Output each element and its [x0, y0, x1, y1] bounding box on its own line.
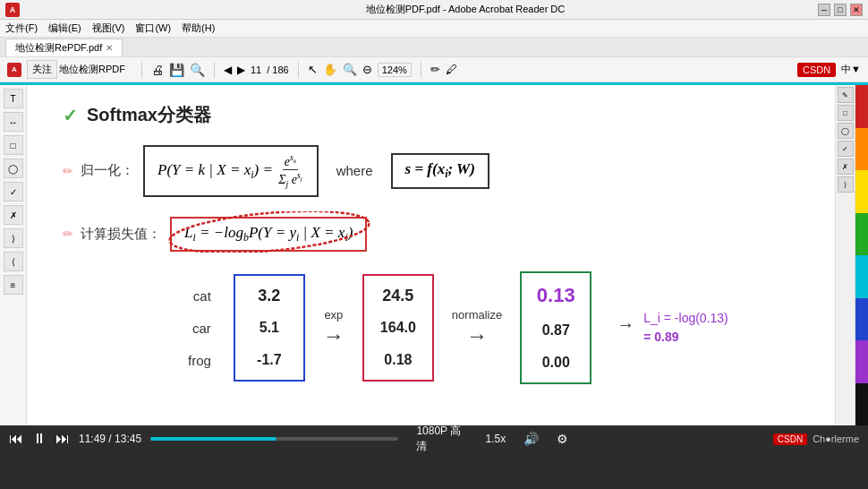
cat-label-1: cat — [188, 279, 211, 312]
right-tool-6[interactable]: ⟩ — [838, 176, 854, 193]
result-annotation: L_i = -log(0.13) = 0.89 — [643, 309, 728, 347]
color-red[interactable] — [855, 85, 868, 128]
cat-label-2: car — [188, 312, 211, 344]
speed-display[interactable]: 1.5x — [486, 433, 506, 445]
color-yellow[interactable] — [855, 170, 868, 213]
status-right: CSDN Ch●rlerme — [577, 433, 859, 445]
left-tool-1[interactable]: T — [4, 89, 23, 108]
maximize-button[interactable]: □ — [834, 4, 847, 16]
left-tool-8[interactable]: ⟨ — [4, 252, 23, 271]
left-tool-5[interactable]: ✓ — [4, 182, 23, 202]
page-number: 11 — [251, 64, 261, 75]
formula2-box: Li = −logbP(Y = yi | X = xi) — [170, 217, 367, 252]
color-black[interactable] — [855, 383, 868, 426]
color-palette — [855, 85, 868, 425]
data-box-3: 0.13 0.87 0.00 — [520, 271, 591, 384]
arrow-exp-label: exp — [324, 308, 343, 322]
left-toolbar: T ↔ □ ◯ ✓ ✗ ⟩ ⟨ ≡ — [0, 85, 27, 425]
play-next-btn[interactable]: ⏭ — [55, 431, 70, 447]
left-tool-6[interactable]: ✗ — [4, 205, 23, 225]
menu-bar: 文件(F) 编辑(E) 视图(V) 窗口(W) 帮助(H) — [0, 20, 868, 38]
left-tool-2[interactable]: ↔ — [4, 112, 23, 132]
csdn-badge: CSDN — [773, 433, 807, 445]
volume-icon[interactable]: 🔊 — [523, 432, 539, 446]
menu-item-edit[interactable]: 编辑(E) — [48, 21, 81, 35]
toolbar-btn-1[interactable]: 关注 — [27, 60, 57, 79]
tool-print[interactable]: 🖨 — [151, 63, 164, 77]
right-tool-1[interactable]: ✎ — [838, 87, 854, 103]
data-cell-3-2: 0.87 — [522, 314, 590, 347]
progress-bar[interactable] — [150, 437, 398, 441]
main-area: T ↔ □ ◯ ✓ ✗ ⟩ ⟨ ≡ ✓ Softmax分类器 ✏ 归一化： — [0, 85, 868, 425]
zoom-value[interactable]: 124% — [378, 63, 412, 77]
left-tool-7[interactable]: ⟩ — [4, 228, 23, 248]
data-cell-3-3: 0.00 — [522, 347, 590, 379]
menu-item-view[interactable]: 视图(V) — [92, 21, 125, 35]
play-pause-btn[interactable]: ⏸ — [32, 431, 47, 447]
arrow-normalize-label: normalize — [452, 308, 502, 322]
checkmark-icon: ✓ — [63, 105, 78, 126]
tab-close-icon[interactable]: ✕ — [106, 43, 113, 53]
section-title: ✓ Softmax分类器 — [63, 103, 799, 127]
time-display: 11:49 / 13:45 — [79, 433, 141, 445]
lecture-content: ✓ Softmax分类器 ✏ 归一化： P(Y = k | X = xi) = … — [27, 85, 835, 402]
sf-math: s = f(xi; W) — [405, 160, 475, 177]
play-prev-btn[interactable]: ⏮ — [9, 431, 23, 447]
menu-item-window[interactable]: 窗口(W) — [135, 21, 171, 35]
arrow-normalize-icon: → — [466, 323, 488, 348]
highlight-tool[interactable]: 🖊 — [446, 63, 457, 76]
menu-item-help[interactable]: 帮助(H) — [182, 21, 215, 35]
formula1-label-text: 归一化： — [81, 162, 134, 179]
formula-row-1: ✏ 归一化： P(Y = k | X = xi) = esk Σj esj wh… — [63, 145, 799, 197]
data-cell-2-1: 24.5 — [364, 279, 432, 312]
menu-item-file[interactable]: 文件(F) — [5, 21, 38, 35]
status-bar: ⏮ ⏸ ⏭ 11:49 / 13:45 1080P 高清 1.5x 🔊 ⚙ CS… — [0, 425, 868, 452]
formula1-math: P(Y = k | X = xi) = esk Σj esj — [157, 161, 304, 178]
tab-pdf[interactable]: 地位检测RePDF.pdf ✕ — [5, 39, 123, 56]
resolution-display: 1080P 高清 — [416, 424, 467, 454]
page-prev-btn[interactable]: ◀ — [224, 64, 232, 76]
left-tool-9[interactable]: ≡ — [4, 275, 23, 295]
right-tool-4[interactable]: ✓ — [838, 141, 854, 157]
page-next-btn[interactable]: ▶ — [237, 64, 245, 76]
zoom-out-tool[interactable]: ⊖ — [362, 63, 372, 76]
left-tool-4[interactable]: ◯ — [4, 159, 23, 178]
arrow-exp-icon: → — [323, 323, 345, 348]
toolbar-extra: 中▼ — [841, 63, 861, 76]
cursor-tool[interactable]: ↖ — [308, 63, 318, 76]
color-blue[interactable] — [855, 298, 868, 341]
annotation-line1: L_i = -log(0.13) — [643, 309, 728, 328]
watermark: Ch●rlerme — [813, 433, 859, 444]
annotation-tool[interactable]: ✏ — [430, 63, 440, 76]
color-orange[interactable] — [855, 128, 868, 171]
minimize-button[interactable]: ─ — [818, 4, 830, 16]
color-cyan[interactable] — [855, 255, 868, 298]
color-purple[interactable] — [855, 340, 868, 383]
where-text: where — [336, 163, 373, 178]
separator-2 — [214, 62, 215, 78]
progress-fill — [150, 437, 277, 441]
formula1-label: ✏ 归一化： — [63, 162, 134, 179]
zoom-in-tool[interactable]: 🔍 — [343, 63, 357, 76]
left-tool-3[interactable]: □ — [4, 135, 23, 155]
data-section: cat car frog 3.2 5.1 -1.7 exp → 24.5 — [188, 271, 799, 384]
close-button[interactable]: ✕ — [850, 4, 863, 16]
result-section: → L_i = -log(0.13) = 0.89 — [617, 309, 728, 347]
data-cell-1-2: 5.1 — [235, 312, 303, 344]
tool-search[interactable]: 🔍 — [190, 63, 205, 77]
right-tool-2[interactable]: □ — [838, 105, 854, 121]
content-area: ✓ Softmax分类器 ✏ 归一化： P(Y = k | X = xi) = … — [27, 85, 835, 425]
right-tool-5[interactable]: ✗ — [838, 159, 854, 175]
hand-tool[interactable]: ✋ — [323, 63, 337, 76]
data-box-1: 3.2 5.1 -1.7 — [234, 274, 305, 382]
tool-save[interactable]: 💾 — [169, 63, 184, 77]
data-cell-1-3: -1.7 — [235, 344, 303, 376]
arrow-normalize: normalize → — [452, 308, 502, 348]
title-text: Softmax分类器 — [87, 103, 211, 127]
right-tool-3[interactable]: ◯ — [838, 123, 854, 139]
settings-icon[interactable]: ⚙ — [557, 432, 568, 446]
color-green[interactable] — [855, 213, 868, 256]
status-center: 1080P 高清 1.5x 🔊 ⚙ — [150, 424, 568, 454]
right-sidebar: ✎ □ ◯ ✓ ✗ ⟩ — [835, 85, 855, 425]
window-controls[interactable]: ─ □ ✕ — [818, 4, 863, 16]
